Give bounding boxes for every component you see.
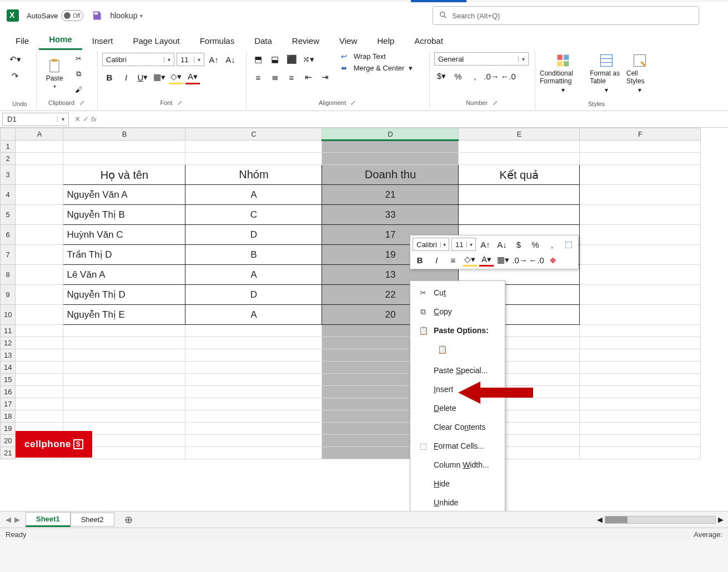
tab-pagelayout[interactable]: Page Layout bbox=[123, 32, 189, 50]
row-header[interactable]: 13 bbox=[1, 349, 16, 362]
row-header[interactable]: 15 bbox=[1, 374, 16, 386]
col-header-e[interactable]: E bbox=[459, 128, 580, 141]
align-bottom-button[interactable]: ⬛ bbox=[284, 52, 299, 67]
increase-font-button[interactable]: A↑ bbox=[207, 52, 221, 67]
format-as-table-button[interactable]: Format as Table▾ bbox=[590, 52, 623, 94]
copy-button[interactable]: ⧉ bbox=[71, 68, 86, 80]
tab-review[interactable]: Review bbox=[282, 32, 329, 50]
row-header[interactable]: 4 bbox=[1, 185, 16, 205]
row-header[interactable]: 2 bbox=[1, 153, 16, 165]
mini-font-color-button[interactable]: A▾ bbox=[479, 253, 494, 267]
sheet-nav-prev[interactable]: ◀ bbox=[6, 515, 11, 524]
format-painter-button[interactable]: 🖌 bbox=[71, 83, 86, 96]
cell-styles-button[interactable]: Cell Styles▾ bbox=[626, 52, 653, 94]
sheet-tab-2[interactable]: Sheet2 bbox=[71, 513, 114, 526]
merge-center-button[interactable]: ⬌ Merge & Center ▾ bbox=[341, 64, 413, 72]
row-header[interactable]: 12 bbox=[1, 337, 16, 349]
decrease-decimal-button[interactable]: ←.0 bbox=[501, 69, 515, 83]
enter-formula-button[interactable]: ✓ bbox=[83, 115, 89, 123]
cell[interactable]: Họ và tên bbox=[63, 165, 185, 185]
accounting-button[interactable]: $▾ bbox=[434, 69, 449, 83]
row-header[interactable]: 19 bbox=[1, 423, 16, 435]
cell[interactable]: A bbox=[185, 265, 322, 285]
cell[interactable]: B bbox=[185, 245, 322, 265]
ctx-unhide[interactable]: Unhide bbox=[410, 493, 505, 511]
cell[interactable]: C bbox=[185, 205, 322, 225]
save-icon[interactable] bbox=[91, 10, 102, 21]
ctx-paste-special[interactable]: Paste Special... bbox=[410, 361, 505, 380]
select-all-button[interactable] bbox=[1, 128, 16, 141]
cell[interactable]: Nguyễn Thị D bbox=[63, 285, 185, 305]
cell[interactable]: 33 bbox=[322, 205, 459, 225]
cell[interactable]: Doanh thu bbox=[322, 165, 459, 185]
fill-color-button[interactable]: ◇▾ bbox=[169, 70, 183, 84]
align-left-button[interactable]: ≡ bbox=[251, 70, 265, 84]
cell[interactable]: D bbox=[185, 225, 322, 245]
name-box[interactable]: D1▾ bbox=[2, 113, 69, 126]
mini-decrease-font-button[interactable]: A↓ bbox=[495, 238, 509, 251]
wrap-text-button[interactable]: ↩ Wrap Text bbox=[341, 52, 413, 61]
font-name-combo[interactable]: Calibri▾ bbox=[102, 53, 174, 66]
row-header[interactable]: 5 bbox=[1, 205, 16, 225]
decrease-indent-button[interactable]: ⇤ bbox=[301, 70, 315, 84]
row-header[interactable]: 3 bbox=[1, 165, 16, 185]
cut-button[interactable]: ✂ bbox=[71, 52, 86, 64]
tab-file[interactable]: File bbox=[6, 32, 39, 50]
mini-clear-button[interactable]: ◆ bbox=[546, 253, 560, 267]
redo-button[interactable]: ↷ bbox=[8, 69, 22, 83]
scroll-right-button[interactable]: ▶ bbox=[718, 515, 724, 524]
row-header[interactable]: 7 bbox=[1, 245, 16, 265]
cell[interactable]: A bbox=[185, 185, 322, 205]
cell[interactable] bbox=[459, 185, 580, 205]
mini-dec-decimal-button[interactable]: ←.0 bbox=[529, 253, 544, 267]
mini-percent-button[interactable]: % bbox=[528, 238, 543, 251]
decrease-font-button[interactable]: A↓ bbox=[223, 52, 238, 67]
search-input[interactable]: Search (Alt+Q) bbox=[433, 6, 699, 25]
font-size-combo[interactable]: 11▾ bbox=[177, 53, 204, 66]
percent-button[interactable]: % bbox=[451, 69, 465, 83]
borders-button[interactable]: ▦▾ bbox=[152, 70, 167, 84]
align-right-button[interactable]: ≡ bbox=[284, 70, 299, 84]
ctx-hide[interactable]: Hide bbox=[410, 474, 505, 493]
col-header-d[interactable]: D bbox=[322, 128, 459, 141]
cell[interactable]: Nguyễn Thị E bbox=[63, 305, 185, 325]
font-color-button[interactable]: A▾ bbox=[185, 70, 200, 84]
mini-accounting-button[interactable]: $ bbox=[511, 238, 526, 251]
col-header-c[interactable]: C bbox=[185, 128, 322, 141]
cell[interactable]: Kết quả bbox=[459, 165, 580, 185]
tab-help[interactable]: Help bbox=[367, 32, 404, 50]
cell[interactable] bbox=[459, 205, 580, 225]
row-header[interactable]: 10 bbox=[1, 305, 16, 325]
tab-insert[interactable]: Insert bbox=[82, 32, 123, 50]
formula-bar[interactable] bbox=[100, 113, 728, 126]
mini-comma-button[interactable]: , bbox=[545, 238, 559, 251]
cell[interactable]: D bbox=[185, 285, 322, 305]
row-header[interactable]: 17 bbox=[1, 398, 16, 410]
fx-button[interactable]: fx bbox=[91, 115, 97, 123]
row-header[interactable]: 8 bbox=[1, 265, 16, 285]
ctx-format-cells[interactable]: ⬚Format Cells... bbox=[410, 436, 505, 455]
tab-view[interactable]: View bbox=[329, 32, 367, 50]
add-sheet-button[interactable]: ⊕ bbox=[114, 511, 143, 528]
row-header[interactable]: 6 bbox=[1, 225, 16, 245]
row-header[interactable]: 21 bbox=[1, 447, 16, 459]
mini-bold-button[interactable]: B bbox=[413, 253, 427, 267]
col-header-b[interactable]: B bbox=[63, 128, 185, 141]
scroll-left-button[interactable]: ◀ bbox=[597, 515, 603, 524]
increase-decimal-button[interactable]: .0→ bbox=[484, 69, 499, 83]
mini-borders-button[interactable]: ▦▾ bbox=[496, 253, 510, 267]
cell[interactable]: Nguyễn Thị B bbox=[63, 205, 185, 225]
mini-inc-decimal-button[interactable]: .0→ bbox=[513, 253, 527, 267]
cell[interactable]: Huỳnh Văn C bbox=[63, 225, 185, 245]
mini-format-painter-button[interactable]: ⬚ bbox=[561, 238, 576, 251]
ctx-copy[interactable]: ⧉Copy bbox=[410, 302, 505, 321]
ctx-column-width[interactable]: Column Width... bbox=[410, 455, 505, 474]
cancel-formula-button[interactable]: ✕ bbox=[74, 115, 81, 123]
ctx-clear-contents[interactable]: Clear Contents bbox=[410, 418, 505, 436]
cell[interactable]: Nhóm bbox=[185, 165, 322, 185]
col-header-a[interactable]: A bbox=[16, 128, 63, 141]
mini-size-combo[interactable]: 11▾ bbox=[451, 238, 476, 251]
ctx-paste-default[interactable]: 📋 bbox=[434, 341, 450, 358]
align-middle-button[interactable]: ⬓ bbox=[268, 52, 282, 67]
cell[interactable]: Nguyễn Văn A bbox=[63, 185, 185, 205]
